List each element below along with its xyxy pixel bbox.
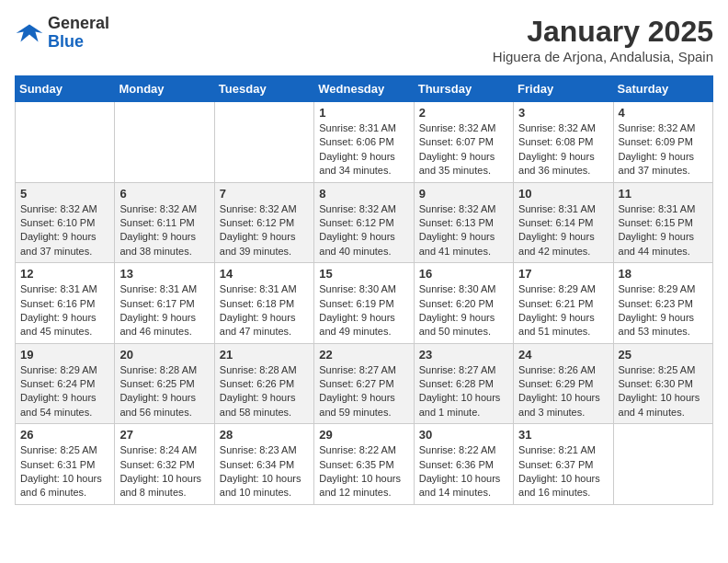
day-info: Sunrise: 8:29 AM Sunset: 6:23 PM Dayligh… [619,282,708,339]
day-info: Sunrise: 8:31 AM Sunset: 6:16 PM Dayligh… [20,282,109,339]
calendar-cell [613,424,712,505]
day-number: 28 [220,428,309,442]
calendar-cell: 28Sunrise: 8:23 AM Sunset: 6:34 PM Dayli… [214,424,313,505]
day-info: Sunrise: 8:22 AM Sunset: 6:36 PM Dayligh… [419,443,508,500]
day-number: 18 [619,267,708,281]
day-info: Sunrise: 8:32 AM Sunset: 6:12 PM Dayligh… [319,202,408,259]
day-number: 23 [419,348,508,362]
calendar-cell: 15Sunrise: 8:30 AM Sunset: 6:19 PM Dayli… [314,263,414,344]
calendar-week-row: 12Sunrise: 8:31 AM Sunset: 6:16 PM Dayli… [16,263,713,344]
day-info: Sunrise: 8:30 AM Sunset: 6:19 PM Dayligh… [319,282,408,339]
calendar-cell: 27Sunrise: 8:24 AM Sunset: 6:32 PM Dayli… [115,424,214,505]
day-number: 20 [119,348,209,362]
calendar-cell: 25Sunrise: 8:25 AM Sunset: 6:30 PM Dayli… [613,343,712,424]
day-info: Sunrise: 8:32 AM Sunset: 6:09 PM Dayligh… [619,121,708,178]
day-number: 30 [419,428,508,442]
day-number: 19 [20,348,109,362]
day-number: 5 [20,187,109,201]
day-number: 12 [20,267,109,281]
day-info: Sunrise: 8:23 AM Sunset: 6:34 PM Dayligh… [220,443,309,500]
weekday-header-wednesday: Wednesday [314,76,414,102]
calendar-cell: 7Sunrise: 8:32 AM Sunset: 6:12 PM Daylig… [214,182,313,263]
calendar-cell: 20Sunrise: 8:28 AM Sunset: 6:25 PM Dayli… [115,343,214,424]
day-number: 7 [220,187,309,201]
day-info: Sunrise: 8:29 AM Sunset: 6:24 PM Dayligh… [20,363,109,420]
day-info: Sunrise: 8:31 AM Sunset: 6:18 PM Dayligh… [220,282,309,339]
day-info: Sunrise: 8:30 AM Sunset: 6:20 PM Dayligh… [419,282,508,339]
calendar-cell: 10Sunrise: 8:31 AM Sunset: 6:14 PM Dayli… [514,182,613,263]
day-info: Sunrise: 8:28 AM Sunset: 6:25 PM Dayligh… [119,363,209,420]
day-number: 21 [220,348,309,362]
day-number: 16 [419,267,508,281]
day-number: 31 [518,428,608,442]
calendar-cell: 5Sunrise: 8:32 AM Sunset: 6:10 PM Daylig… [16,182,115,263]
page-header: General Blue January 2025 Higuera de Arj… [15,15,713,64]
calendar-week-row: 19Sunrise: 8:29 AM Sunset: 6:24 PM Dayli… [16,343,713,424]
day-info: Sunrise: 8:29 AM Sunset: 6:21 PM Dayligh… [518,282,608,339]
day-info: Sunrise: 8:32 AM Sunset: 6:12 PM Dayligh… [220,202,309,259]
day-info: Sunrise: 8:28 AM Sunset: 6:26 PM Dayligh… [220,363,309,420]
day-info: Sunrise: 8:32 AM Sunset: 6:10 PM Dayligh… [20,202,109,259]
day-number: 9 [419,187,508,201]
calendar-cell: 26Sunrise: 8:25 AM Sunset: 6:31 PM Dayli… [16,424,115,505]
calendar-cell: 24Sunrise: 8:26 AM Sunset: 6:29 PM Dayli… [514,343,613,424]
day-number: 3 [518,106,608,120]
calendar-cell: 12Sunrise: 8:31 AM Sunset: 6:16 PM Dayli… [16,263,115,344]
day-number: 15 [319,267,408,281]
weekday-header-monday: Monday [115,76,214,102]
day-info: Sunrise: 8:32 AM Sunset: 6:11 PM Dayligh… [119,202,209,259]
day-info: Sunrise: 8:31 AM Sunset: 6:14 PM Dayligh… [518,202,608,259]
calendar-cell: 16Sunrise: 8:30 AM Sunset: 6:20 PM Dayli… [414,263,513,344]
day-info: Sunrise: 8:24 AM Sunset: 6:32 PM Dayligh… [119,443,209,500]
calendar-cell: 11Sunrise: 8:31 AM Sunset: 6:15 PM Dayli… [613,182,712,263]
calendar-cell: 17Sunrise: 8:29 AM Sunset: 6:21 PM Dayli… [514,263,613,344]
calendar-cell [115,102,214,183]
logo: General Blue [15,15,109,52]
day-info: Sunrise: 8:27 AM Sunset: 6:27 PM Dayligh… [319,363,408,420]
day-info: Sunrise: 8:32 AM Sunset: 6:07 PM Dayligh… [419,121,508,178]
day-number: 26 [20,428,109,442]
calendar-cell: 14Sunrise: 8:31 AM Sunset: 6:18 PM Dayli… [214,263,313,344]
day-info: Sunrise: 8:32 AM Sunset: 6:13 PM Dayligh… [419,202,508,259]
day-info: Sunrise: 8:31 AM Sunset: 6:15 PM Dayligh… [619,202,708,259]
weekday-header-row: SundayMondayTuesdayWednesdayThursdayFrid… [16,76,713,102]
location: Higuera de Arjona, Andalusia, Spain [493,49,713,64]
day-number: 22 [319,348,408,362]
calendar-cell: 18Sunrise: 8:29 AM Sunset: 6:23 PM Dayli… [613,263,712,344]
calendar-cell: 29Sunrise: 8:22 AM Sunset: 6:35 PM Dayli… [314,424,414,505]
calendar-table: SundayMondayTuesdayWednesdayThursdayFrid… [15,75,713,505]
calendar-cell [214,102,313,183]
calendar-cell: 3Sunrise: 8:32 AM Sunset: 6:08 PM Daylig… [514,102,613,183]
day-number: 10 [518,187,608,201]
calendar-cell: 31Sunrise: 8:21 AM Sunset: 6:37 PM Dayli… [514,424,613,505]
day-number: 6 [119,187,209,201]
logo-bird-icon [15,18,44,48]
month-title: January 2025 [493,15,713,49]
calendar-cell: 8Sunrise: 8:32 AM Sunset: 6:12 PM Daylig… [314,182,414,263]
day-info: Sunrise: 8:22 AM Sunset: 6:35 PM Dayligh… [319,443,408,500]
day-number: 14 [220,267,309,281]
day-number: 25 [619,348,708,362]
calendar-cell: 13Sunrise: 8:31 AM Sunset: 6:17 PM Dayli… [115,263,214,344]
logo-text: General Blue [48,15,109,52]
calendar-week-row: 5Sunrise: 8:32 AM Sunset: 6:10 PM Daylig… [16,182,713,263]
weekday-header-sunday: Sunday [16,76,115,102]
day-number: 17 [518,267,608,281]
weekday-header-thursday: Thursday [414,76,513,102]
calendar-cell: 4Sunrise: 8:32 AM Sunset: 6:09 PM Daylig… [613,102,712,183]
calendar-cell: 21Sunrise: 8:28 AM Sunset: 6:26 PM Dayli… [214,343,313,424]
day-number: 27 [119,428,209,442]
calendar-cell: 30Sunrise: 8:22 AM Sunset: 6:36 PM Dayli… [414,424,513,505]
day-info: Sunrise: 8:31 AM Sunset: 6:06 PM Dayligh… [319,121,408,178]
day-number: 24 [518,348,608,362]
day-number: 13 [119,267,209,281]
day-info: Sunrise: 8:21 AM Sunset: 6:37 PM Dayligh… [518,443,608,500]
day-number: 2 [419,106,508,120]
calendar-cell: 9Sunrise: 8:32 AM Sunset: 6:13 PM Daylig… [414,182,513,263]
svg-marker-0 [17,24,43,41]
day-info: Sunrise: 8:31 AM Sunset: 6:17 PM Dayligh… [119,282,209,339]
calendar-cell: 1Sunrise: 8:31 AM Sunset: 6:06 PM Daylig… [314,102,414,183]
calendar-week-row: 1Sunrise: 8:31 AM Sunset: 6:06 PM Daylig… [16,102,713,183]
title-block: January 2025 Higuera de Arjona, Andalusi… [493,15,713,64]
calendar-cell: 6Sunrise: 8:32 AM Sunset: 6:11 PM Daylig… [115,182,214,263]
